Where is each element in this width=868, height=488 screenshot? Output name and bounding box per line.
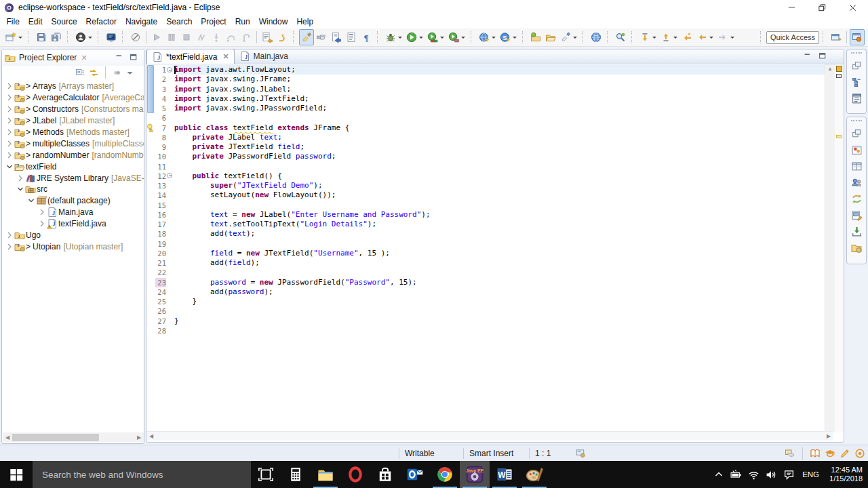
open-task-button[interactable] — [329, 29, 344, 45]
scroll-right-icon[interactable]: ▶ — [134, 434, 144, 441]
dropdown-arrow-icon[interactable] — [18, 37, 22, 41]
task-list-view-icon[interactable] — [848, 90, 865, 106]
language-indicator[interactable]: ENG — [800, 470, 822, 479]
new-wizard-button[interactable] — [3, 29, 24, 45]
fold-marker-icon[interactable] — [167, 67, 172, 73]
dropdown-arrow-icon[interactable] — [573, 37, 577, 41]
step-return-button[interactable] — [239, 29, 254, 45]
tree-item-methods[interactable]: J>Methods[Methods master] — [2, 127, 144, 138]
close-tab-icon[interactable]: ✕ — [222, 52, 229, 61]
java-perspective-button[interactable] — [850, 29, 865, 45]
servers-view-icon[interactable] — [848, 174, 865, 190]
restore-view-icon[interactable] — [848, 58, 865, 74]
new-web-project-button[interactable] — [477, 29, 498, 45]
import-folder-button[interactable] — [543, 29, 558, 45]
menu-run[interactable]: Run — [231, 16, 254, 28]
profile-button[interactable] — [446, 29, 467, 45]
tree-item-textfield[interactable]: JtextField — [2, 161, 144, 172]
action-center-icon[interactable] — [783, 469, 795, 481]
menu-window[interactable]: Window — [254, 16, 292, 28]
minimize-view-button[interactable] — [115, 54, 124, 62]
taskbar-word[interactable]: W — [490, 461, 519, 488]
next-annotation-button[interactable] — [637, 29, 658, 45]
chevron-collapsed-icon[interactable] — [6, 152, 14, 159]
target-ring-icon[interactable] — [854, 448, 865, 459]
palette-view-icon[interactable] — [848, 142, 865, 158]
dropdown-arrow-icon[interactable] — [419, 37, 423, 41]
editor-hscrollbar[interactable]: ◀ ▶ — [146, 431, 833, 441]
menu-search[interactable]: Search — [162, 16, 197, 28]
account-button[interactable] — [73, 29, 94, 45]
tree-item-main-java[interactable]: JMain.java — [2, 207, 144, 218]
disconnect-button[interactable] — [194, 29, 209, 45]
chevron-expanded-icon[interactable] — [28, 197, 36, 204]
scroll-left-icon[interactable]: ◀ — [3, 434, 12, 441]
grad-cap-icon[interactable] — [825, 448, 835, 459]
dropdown-arrow-icon[interactable] — [440, 37, 444, 41]
chevron-collapsed-icon[interactable] — [39, 220, 47, 227]
skip-breakpoints-button[interactable] — [128, 29, 143, 45]
new-servlet-button[interactable]: S — [498, 29, 519, 45]
stop-button[interactable] — [179, 29, 194, 45]
chevron-collapsed-icon[interactable] — [6, 243, 14, 250]
tree-item-jre-system-library[interactable]: JRE System Library[JavaSE-1.8] — [2, 172, 144, 184]
save-button[interactable] — [34, 29, 49, 45]
restore-view-icon[interactable] — [848, 125, 865, 142]
sync-view-icon[interactable] — [848, 190, 865, 207]
dropdown-arrow-icon[interactable] — [88, 37, 92, 41]
volume-icon[interactable] — [766, 469, 777, 481]
dropdown-arrow-icon[interactable] — [730, 37, 734, 41]
chevron-collapsed-icon[interactable] — [6, 129, 14, 136]
save-all-button[interactable] — [49, 29, 64, 45]
fold-marker-icon[interactable] — [167, 173, 172, 178]
mark-occurrences-button[interactable] — [299, 29, 314, 45]
dropdown-arrow-icon[interactable] — [513, 37, 517, 41]
remote-console-button[interactable] — [104, 29, 119, 45]
scroll-right-icon[interactable]: ▶ — [824, 433, 833, 439]
chevron-collapsed-icon[interactable] — [6, 140, 14, 147]
code-editor[interactable]: 1import java.awt.FlowLayout;2import java… — [146, 64, 825, 432]
taskbar-task-view[interactable] — [251, 461, 281, 488]
chevron-collapsed-icon[interactable] — [6, 232, 14, 239]
tree-item-textfield-java[interactable]: JtextField.java — [2, 218, 144, 230]
taskbar-search[interactable]: Search the web and Windows — [33, 461, 251, 488]
stack-handle[interactable] — [851, 52, 862, 56]
chevron-collapsed-icon[interactable] — [17, 175, 25, 182]
chevron-collapsed-icon[interactable] — [6, 94, 14, 101]
clock[interactable]: 12:45 AM 1/15/2018 — [827, 466, 863, 483]
menu-file[interactable]: File — [2, 16, 24, 28]
overview-ruler[interactable] — [835, 64, 844, 432]
dropdown-arrow-icon[interactable] — [398, 37, 402, 41]
run-button[interactable] — [404, 29, 425, 45]
prev-annotation-button[interactable] — [658, 29, 679, 45]
menu-project[interactable]: Project — [197, 16, 231, 28]
menu-help[interactable]: Help — [292, 16, 318, 28]
resume-button[interactable] — [149, 29, 164, 45]
taskbar-eclipse-ide[interactable]: Java EE — [460, 461, 490, 488]
annotate-button[interactable] — [558, 29, 579, 45]
chevron-expanded-icon[interactable] — [17, 186, 25, 192]
battery-icon[interactable] — [730, 469, 742, 481]
focus-task-icon[interactable] — [112, 68, 122, 78]
show-whitespace-button[interactable]: ¶ — [359, 29, 374, 45]
close-view-icon[interactable]: ✕ — [81, 54, 87, 62]
minimize-editor-button[interactable] — [804, 52, 812, 61]
coverage-button[interactable] — [425, 29, 446, 45]
chevron-collapsed-icon[interactable] — [39, 209, 47, 216]
restore-button[interactable] — [807, 0, 837, 15]
menu-edit[interactable]: Edit — [24, 16, 47, 28]
tree-item-randomnumber[interactable]: J>randomNumber[randomNumber master] — [2, 149, 144, 161]
scroll-left-icon[interactable]: ◀ — [146, 433, 156, 439]
dropdown-arrow-icon[interactable] — [709, 37, 713, 41]
quick-access-box[interactable]: Quick Access — [766, 31, 819, 44]
start-button[interactable] — [0, 461, 33, 488]
tree-item--default-package-[interactable]: (default package) — [2, 195, 144, 207]
chevron-collapsed-icon[interactable] — [6, 117, 14, 124]
tree-item-ugo[interactable]: JUgo — [2, 230, 144, 241]
taskbar-store[interactable] — [370, 461, 400, 488]
maximize-view-button[interactable] — [130, 54, 138, 62]
snippets-view-icon[interactable] — [848, 207, 865, 223]
book-icon[interactable] — [810, 448, 821, 459]
close-button[interactable] — [837, 0, 868, 15]
back-button[interactable] — [694, 29, 715, 45]
